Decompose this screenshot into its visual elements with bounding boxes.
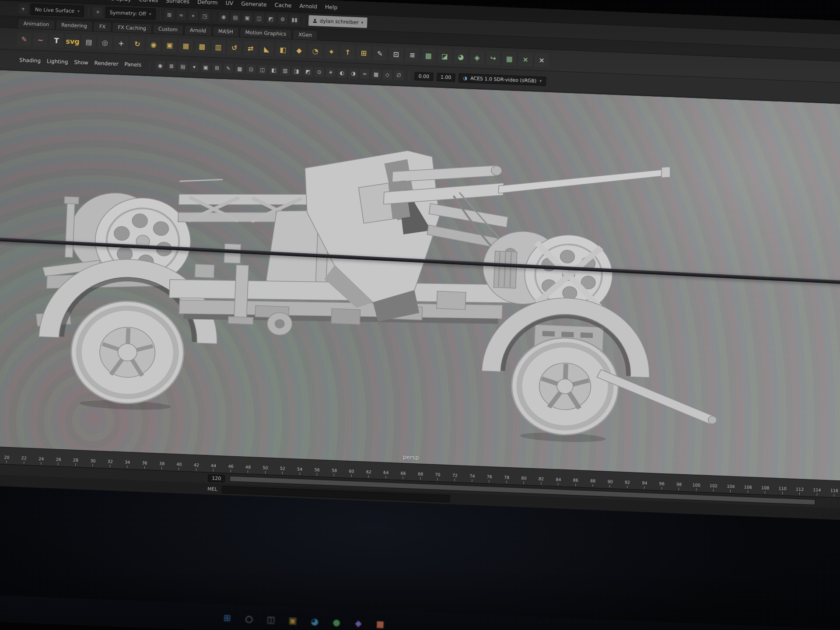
snap-to-curves-icon[interactable]: ≈ — [176, 10, 186, 20]
open-render-view-icon[interactable]: ◫ — [254, 14, 264, 24]
skew-box-icon[interactable]: ◧ — [276, 42, 290, 57]
measure-tool-icon[interactable]: ≡ — [405, 48, 420, 62]
panel-menu-item[interactable]: Show — [71, 59, 91, 66]
iso-cube-icon[interactable]: ◆ — [292, 43, 306, 57]
menu-item[interactable]: Arnold — [295, 2, 321, 10]
extrude-up-icon[interactable]: ↑ — [340, 45, 355, 60]
file-explorer-icon[interactable]: ▣ — [285, 613, 301, 628]
make-live-icon[interactable]: ◉ — [219, 12, 229, 22]
app-icon-purple[interactable]: ◆ — [351, 616, 366, 630]
search-icon[interactable]: ○ — [242, 611, 257, 626]
shelf-tab[interactable]: FX Caching — [112, 22, 152, 34]
poly-cube-icon[interactable]: ▣ — [162, 38, 177, 52]
target-weld-icon[interactable]: ⌖ — [324, 44, 339, 59]
shelf-tab[interactable]: FX — [93, 21, 111, 32]
spin-edge-icon[interactable]: ↺ — [227, 40, 242, 55]
panel-menu-item[interactable]: Shading — [16, 57, 44, 64]
pencil-curve-tool-icon[interactable]: ~ — [33, 32, 48, 47]
field-chart-icon[interactable]: ▥ — [280, 66, 290, 76]
menu-item[interactable]: Surfaces — [162, 0, 194, 5]
checker-pattern-icon[interactable]: ▩ — [195, 39, 209, 53]
mel-mode-button[interactable]: MEL — [207, 486, 217, 492]
end-frame-field[interactable]: 120 — [208, 474, 225, 483]
quad-patch-icon[interactable]: ▥ — [211, 40, 225, 54]
panel-menu-item[interactable]: Lighting — [44, 58, 71, 65]
delete-uv-icon[interactable]: × — [535, 52, 549, 67]
film-gate-icon[interactable]: ⊡ — [246, 64, 256, 74]
shelf-tab[interactable]: MASH — [213, 26, 239, 37]
shelf-tab[interactable]: Custom — [152, 24, 183, 35]
shelf-tab[interactable]: Arnold — [184, 25, 212, 36]
isolate-select-icon[interactable]: ∅ — [394, 70, 404, 80]
lighting-icon[interactable]: ☀ — [326, 67, 336, 77]
sphere-volume-icon[interactable]: ◉ — [146, 37, 161, 52]
type-tool-icon[interactable]: T — [49, 33, 63, 48]
shelf-tab[interactable]: XGen — [293, 29, 318, 40]
shelf-tab[interactable]: Rendering — [56, 20, 93, 31]
menu-item[interactable]: UV — [221, 0, 237, 7]
camera-attributes-icon[interactable]: ▤ — [178, 62, 188, 72]
menu-item[interactable]: Mesh Display — [91, 0, 135, 2]
svg-tool-icon[interactable]: svg — [65, 34, 80, 48]
circularize-icon[interactable]: ↻ — [130, 36, 144, 51]
view-transform-dropdown[interactable]: ◑ ACES 1.0 SDR-video (sRGB) ▾ — [458, 73, 546, 86]
lattice-frame-icon[interactable]: ⊞ — [357, 46, 371, 60]
construction-history-icon[interactable]: ▣ — [242, 13, 252, 23]
select-camera-icon[interactable]: ◉ — [155, 61, 165, 71]
two-d-pan-zoom-icon[interactable]: ⊞ — [212, 63, 222, 73]
sculpt-pen-icon[interactable]: ✎ — [373, 46, 387, 61]
grease-pencil-icon[interactable]: ✎ — [223, 63, 233, 74]
gamma-field[interactable]: 1.00 — [437, 73, 455, 82]
motion-blur-icon[interactable]: ≈ — [360, 69, 370, 79]
bookmarks-icon[interactable]: ▾ — [189, 62, 200, 72]
arc-surface-icon[interactable]: ◕ — [454, 49, 468, 64]
user-account-button[interactable]: dylan schreiber ▾ — [308, 15, 368, 28]
app-icon-green[interactable]: ● — [329, 615, 344, 630]
reset-transform-icon[interactable]: + — [114, 36, 128, 50]
snap-to-grid-icon[interactable]: ⊞ — [164, 10, 175, 20]
safe-title-icon[interactable]: ◩ — [303, 66, 313, 77]
shelf-tab[interactable]: Animation — [18, 18, 55, 29]
anti-alias-icon[interactable]: ▩ — [371, 69, 381, 79]
lock-camera-icon[interactable]: ⊠ — [167, 61, 177, 71]
pie-projection-icon[interactable]: ◔ — [308, 44, 322, 58]
wedge-faces-icon[interactable]: ◣ — [259, 42, 274, 56]
menu-item[interactable]: Help — [321, 3, 342, 10]
render-settings-icon[interactable]: ⚙ — [278, 14, 288, 24]
app-icon-orange[interactable]: ■ — [373, 616, 388, 630]
checker-cube-icon[interactable]: ◈ — [470, 50, 484, 65]
live-surface-dropdown[interactable]: No Live Surface ▾ — [30, 4, 84, 17]
ambient-occlusion-icon[interactable]: ◑ — [348, 68, 358, 78]
render-current-frame-icon[interactable]: ◩ — [266, 14, 276, 24]
task-view-icon[interactable]: ◫ — [263, 612, 279, 627]
custom-pivot-icon[interactable]: ◎ — [98, 35, 112, 49]
uv-checker-icon[interactable]: ▩ — [421, 48, 436, 63]
gate-mask-icon[interactable]: ◧ — [269, 65, 279, 75]
poly-grid-icon[interactable]: ▦ — [178, 38, 193, 53]
unfold-x-icon[interactable]: × — [518, 52, 533, 66]
collapse-section-icon[interactable]: ▾ — [18, 4, 28, 14]
symmetry-dropdown[interactable]: Symmetry: Off ▾ — [105, 7, 156, 20]
menu-item[interactable]: Mesh Tools — [53, 0, 91, 0]
menu-item[interactable]: Generate — [237, 0, 271, 8]
pause-viewport-icon[interactable]: ▮▮ — [290, 15, 300, 25]
resolution-gate-icon[interactable]: ◫ — [257, 65, 267, 75]
frame-all-icon[interactable]: ⊙ — [314, 67, 324, 77]
swap-uv-icon[interactable]: ⇄ — [243, 41, 258, 56]
ep-curve-tool-icon[interactable]: ✎ — [17, 32, 32, 46]
menu-item[interactable]: Deform — [193, 0, 222, 6]
shelf-editor-icon[interactable]: ▤ — [81, 35, 96, 49]
safe-action-icon[interactable]: ◨ — [291, 66, 301, 76]
texel-density-icon[interactable]: ▦ — [502, 51, 517, 66]
track-selection-icon[interactable]: + — [93, 7, 103, 17]
loop-transfer-icon[interactable]: ↪ — [486, 51, 500, 65]
corner-patch-icon[interactable]: ◪ — [438, 49, 452, 63]
windows-start-icon[interactable]: ⊞ — [220, 610, 235, 626]
xray-icon[interactable]: ◇ — [382, 70, 392, 80]
grid-toggle-icon[interactable]: ▦ — [234, 64, 245, 74]
snap-to-planes-icon[interactable]: ◳ — [200, 11, 210, 21]
image-plane-icon[interactable]: ▣ — [201, 63, 211, 73]
edge-browser-icon[interactable]: ◕ — [307, 614, 322, 629]
menu-item[interactable]: Curves — [135, 0, 162, 4]
panel-menu-item[interactable]: Panels — [121, 61, 144, 68]
